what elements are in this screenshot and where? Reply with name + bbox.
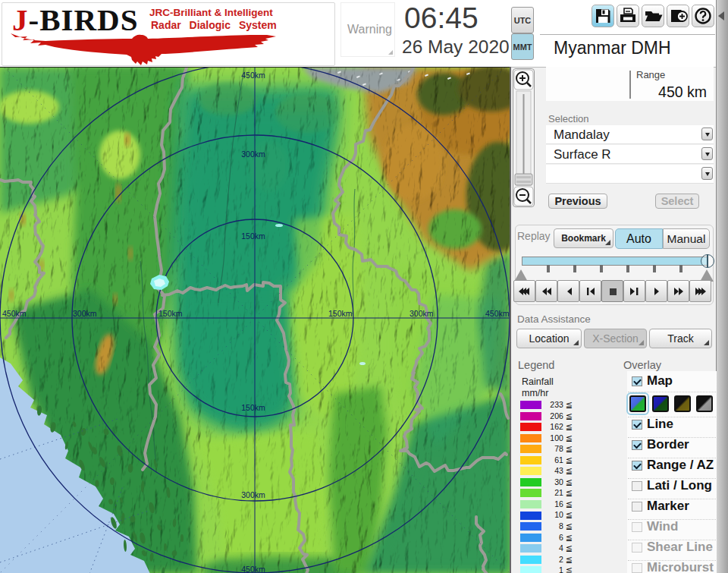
svg-text:300km: 300km (241, 490, 265, 499)
svg-text:300km: 300km (410, 309, 434, 318)
svg-text:150km: 150km (158, 309, 183, 318)
svg-text:150km: 150km (328, 309, 353, 318)
svg-text:300km: 300km (73, 309, 97, 318)
svg-text:150km: 150km (241, 403, 265, 412)
svg-text:450km: 450km (241, 71, 265, 80)
svg-text:450km: 450km (485, 309, 510, 318)
svg-text:450km: 450km (241, 565, 265, 573)
svg-text:300km: 300km (241, 150, 265, 159)
svg-text:150km: 150km (241, 231, 265, 241)
svg-text:450km: 450km (2, 309, 27, 318)
